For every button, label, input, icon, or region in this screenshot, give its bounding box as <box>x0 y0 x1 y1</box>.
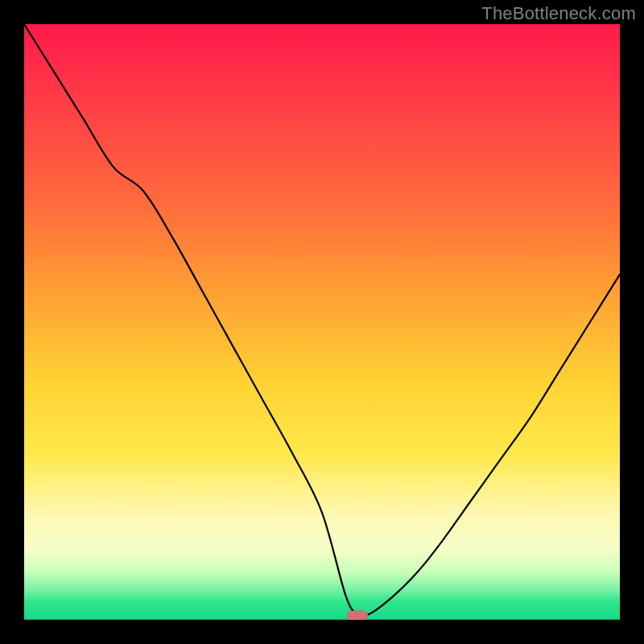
gradient-background <box>24 24 620 620</box>
chart-frame: TheBottleneck.com <box>0 0 644 644</box>
optimal-marker <box>347 610 368 620</box>
plot-baseline <box>24 619 620 620</box>
plot-area <box>24 24 620 620</box>
watermark-text: TheBottleneck.com <box>481 3 636 24</box>
